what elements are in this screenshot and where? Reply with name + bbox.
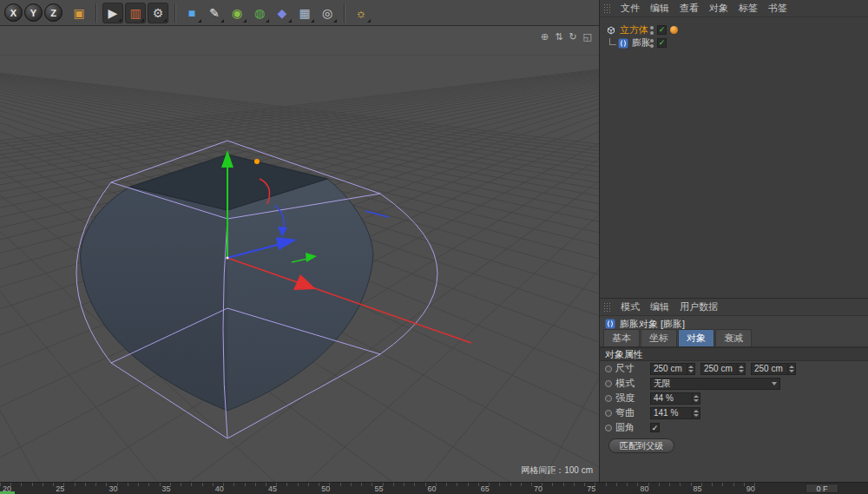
axis-y-button[interactable]: Y: [24, 3, 43, 22]
menu-item[interactable]: 查看: [674, 0, 704, 16]
timeline-tick: 55: [374, 484, 383, 493]
keyframe-dot-icon[interactable]: [605, 425, 612, 431]
spinner-icon[interactable]: [737, 364, 745, 374]
enable-check-icon[interactable]: ✓: [657, 38, 667, 48]
bulge-object-icon: [605, 319, 615, 329]
menu-item[interactable]: 模式: [615, 299, 645, 315]
timeline-tick: 35: [162, 484, 171, 493]
chevron-down-icon: [772, 382, 777, 385]
application-window: XYZ ▣▶▥⚙■✎◉◍◆▦◎☼: [0, 0, 868, 494]
attribute-tab-0[interactable]: 基本: [603, 329, 640, 346]
object-manager: 文件编辑查看对象标签书签 立方体 ✓: [600, 0, 868, 298]
rotate-view-icon[interactable]: ↻: [569, 31, 576, 42]
object-tree: 立方体 ✓ 膨胀: [600, 17, 868, 298]
deformer-icon[interactable]: ◆: [272, 3, 293, 23]
strength-field[interactable]: 44 %: [650, 392, 700, 405]
property-row-mode: 模式 无限: [600, 376, 868, 391]
right-panel: 文件编辑查看对象标签书签 立方体 ✓: [599, 0, 868, 482]
spinner-icon[interactable]: [687, 364, 694, 374]
object-label-cube[interactable]: 立方体: [620, 23, 648, 36]
timeline-tick: 50: [321, 484, 330, 493]
keyframe-dot-icon[interactable]: [605, 380, 612, 387]
viewport-3d[interactable]: ⊕⇅↻◱ 网格间距：100 cm: [0, 26, 599, 482]
match-to-parent-button[interactable]: 匹配到父级: [608, 438, 674, 453]
object-manager-menubar: 文件编辑查看对象标签书签: [600, 0, 868, 17]
grid-spacing-label: 网格间距：100 cm: [521, 464, 593, 477]
coordinate-system-icon[interactable]: ▣: [69, 3, 89, 23]
panel-grip-icon[interactable]: [603, 3, 611, 14]
object-manager-menu-items: 文件编辑查看对象标签书签: [615, 0, 792, 16]
phong-tag-icon[interactable]: [670, 26, 678, 34]
menu-item[interactable]: 用户数据: [674, 299, 723, 315]
tree-elbow-icon: [609, 38, 616, 45]
attribute-tab-3[interactable]: 衰减: [715, 329, 752, 346]
current-frame-field[interactable]: 0 F: [806, 484, 838, 493]
render-region-icon[interactable]: ▥: [125, 3, 146, 23]
visibility-toggle-dots[interactable]: [650, 26, 654, 35]
timeline-tick: 90: [746, 484, 755, 493]
axis-x-button[interactable]: X: [4, 3, 23, 22]
keyframe-dot-icon[interactable]: [605, 410, 612, 417]
spline-pen-icon[interactable]: ✎: [204, 3, 225, 23]
enable-check-icon[interactable]: ✓: [657, 25, 667, 35]
mode-dropdown[interactable]: 无限: [650, 378, 780, 390]
spinner-icon[interactable]: [787, 364, 795, 374]
menu-item[interactable]: 编辑: [645, 299, 674, 315]
toggle-view-icon[interactable]: ◱: [583, 31, 592, 42]
panel-grip-icon[interactable]: [603, 302, 611, 313]
timeline-tick: 70: [534, 484, 542, 493]
object-label-bulge[interactable]: 膨胀: [632, 36, 651, 49]
attribute-tab-2[interactable]: 对象: [678, 329, 714, 346]
size-x-field[interactable]: 250 cm: [650, 363, 695, 375]
menu-item[interactable]: 书签: [763, 0, 792, 16]
menu-item[interactable]: 对象: [704, 0, 733, 16]
property-row-size: 尺寸 250 cm 250 cm 250 cm: [600, 361, 868, 376]
viewport-canvas[interactable]: [0, 26, 599, 482]
visibility-toggle-dots[interactable]: [650, 39, 654, 48]
timeline-tick: 40: [215, 484, 224, 493]
spinner-icon[interactable]: [692, 408, 700, 418]
menu-item[interactable]: 标签: [733, 0, 763, 16]
toolbar-separator: [174, 3, 175, 23]
timeline-tick: 65: [481, 484, 490, 493]
bend-field[interactable]: 141 %: [650, 407, 700, 419]
light-icon[interactable]: ☼: [351, 3, 372, 23]
viewport-column: XYZ ▣▶▥⚙■✎◉◍◆▦◎☼: [0, 0, 599, 482]
keyframe-dot-icon[interactable]: [605, 366, 612, 372]
deformer-strength-handle[interactable]: [254, 159, 260, 164]
axis-z-button[interactable]: Z: [44, 3, 62, 22]
timeline-tick: 45: [268, 484, 277, 493]
menu-item[interactable]: 文件: [615, 0, 645, 16]
primitive-cube-icon[interactable]: ■: [181, 3, 202, 23]
zoom-view-icon[interactable]: ⇅: [555, 31, 562, 42]
size-z-field[interactable]: 250 cm: [751, 363, 796, 375]
strength-label: 强度: [615, 392, 647, 405]
subdivision-surface-icon[interactable]: ◉: [227, 3, 247, 23]
timeline-tick: 75: [587, 484, 595, 493]
timeline-ruler[interactable]: 0 F 202530354045505560657075808590: [0, 482, 868, 494]
spinner-icon[interactable]: [692, 393, 700, 404]
render-view-icon[interactable]: ▶: [102, 3, 123, 23]
keyframe-dot-icon[interactable]: [605, 395, 612, 402]
pan-view-icon[interactable]: ⊕: [541, 31, 549, 42]
fillet-label: 圆角: [615, 421, 647, 434]
axis-lock-group: XYZ: [4, 3, 62, 22]
property-row-bend: 弯曲 141 %: [600, 405, 868, 420]
timeline-tick: 85: [694, 484, 702, 493]
environment-icon[interactable]: ▦: [294, 3, 315, 23]
camera-icon[interactable]: ◎: [317, 3, 338, 23]
attribute-manager-menu-items: 模式编辑用户数据: [615, 299, 723, 315]
timeline-tick: 30: [108, 484, 117, 493]
size-y-field[interactable]: 250 cm: [700, 363, 746, 375]
attribute-tab-1[interactable]: 坐标: [641, 329, 677, 346]
menu-item[interactable]: 编辑: [645, 0, 674, 16]
timeline-tick: 25: [56, 484, 64, 493]
toolbar-icons: ▣▶▥⚙■✎◉◍◆▦◎☼: [69, 3, 372, 23]
timeline-tick: 60: [428, 484, 437, 493]
fillet-checkbox[interactable]: ✓: [650, 423, 660, 432]
generator-icon[interactable]: ◍: [249, 3, 270, 23]
object-row-bulge[interactable]: 膨胀 ✓: [600, 36, 868, 49]
attribute-manager: 模式编辑用户数据 膨胀对象 [膨胀] 基本坐标对象衰减 对象属性 尺寸 250 …: [600, 298, 868, 482]
render-settings-icon[interactable]: ⚙: [148, 3, 168, 23]
object-row-cube[interactable]: 立方体 ✓: [600, 23, 868, 36]
